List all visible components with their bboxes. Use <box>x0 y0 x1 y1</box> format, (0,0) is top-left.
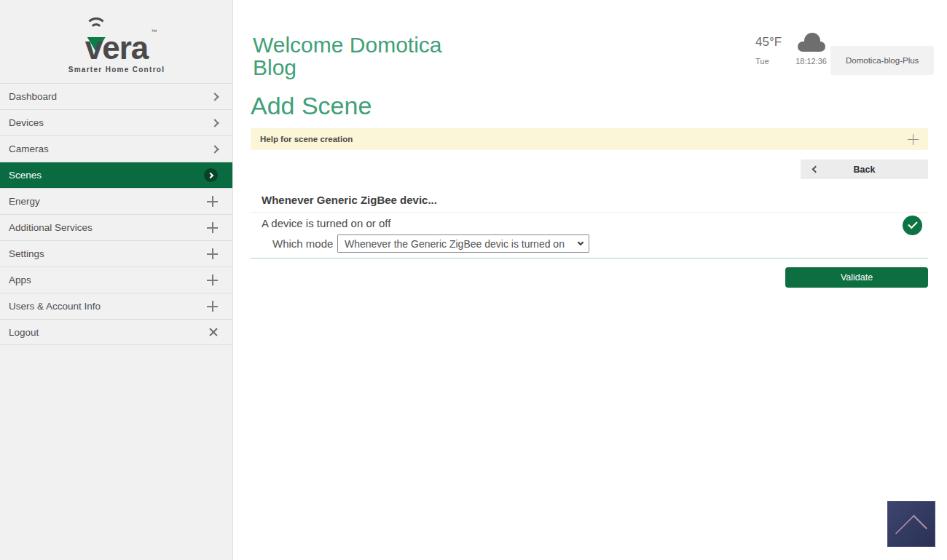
weekday: Tue <box>755 57 769 66</box>
clock-time: 18:12:36 <box>795 57 827 66</box>
sidebar-item-users-account-info[interactable]: Users & Account Info <box>0 293 232 319</box>
sidebar-item-label: Logout <box>9 327 39 338</box>
sidebar-item-energy[interactable]: Energy <box>0 188 232 214</box>
validate-button[interactable]: Validate <box>785 267 928 288</box>
logo-tagline: Smarter Home Control <box>0 66 233 74</box>
plus-icon <box>207 222 218 233</box>
mode-select-wrap: Whenever the Generic ZigBee devic is tur… <box>337 234 589 253</box>
sidebar: vera ™ Smarter Home Control Dashboard De… <box>0 0 233 560</box>
sidebar-item-label: Users & Account Info <box>9 301 101 312</box>
back-button-label: Back <box>854 165 876 175</box>
vera-app: vera ™ Smarter Home Control Dashboard De… <box>0 0 947 560</box>
divider <box>251 212 928 213</box>
chevron-up-icon <box>895 515 927 547</box>
help-banner-text: Help for scene creation <box>260 135 353 143</box>
mode-select[interactable]: Whenever the Generic ZigBee devic is tur… <box>337 234 589 253</box>
vera-logo: vera ™ Smarter Home Control <box>0 17 233 74</box>
sidebar-item-label: Dashboard <box>9 91 57 102</box>
back-button[interactable]: Back <box>801 159 928 179</box>
sidebar-item-additional-services[interactable]: Additional Services <box>0 214 232 240</box>
sidebar-item-label: Settings <box>9 248 44 259</box>
chevron-right-icon <box>211 119 219 127</box>
plus-icon <box>207 196 218 207</box>
sidebar-item-dashboard[interactable]: Dashboard <box>0 83 232 109</box>
expand-plus-icon <box>908 134 919 145</box>
trigger-heading: Whenever Generic ZigBee devic... <box>262 194 437 206</box>
controller-name-chip[interactable]: Domotica-blog-Plus <box>830 46 934 75</box>
sidebar-item-apps[interactable]: Apps <box>0 267 232 293</box>
scene-trigger-section: Whenever Generic ZigBee devic... A devic… <box>251 189 928 259</box>
sidebar-item-settings[interactable]: Settings <box>0 240 232 267</box>
plus-icon <box>207 275 218 285</box>
sidebar-item-label: Devices <box>9 117 44 128</box>
mode-label: Which mode <box>272 234 333 253</box>
chevron-right-icon <box>211 145 219 153</box>
temperature: 45°F <box>755 35 782 50</box>
sidebar-nav: Dashboard Devices Cameras Scenes Energy … <box>0 83 232 345</box>
confirm-check-button[interactable] <box>903 216 922 235</box>
sidebar-item-label: Energy <box>9 196 40 207</box>
sidebar-item-scenes[interactable]: Scenes <box>0 162 232 188</box>
sidebar-item-label: Cameras <box>9 143 49 154</box>
sidebar-item-label: Scenes <box>9 170 42 181</box>
sidebar-item-devices[interactable]: Devices <box>0 109 232 135</box>
weather-widget: 45°F Tue 18:12:36 <box>755 32 827 66</box>
sidebar-item-logout[interactable]: Logout <box>0 319 232 345</box>
chevron-right-circle-icon <box>204 168 218 182</box>
welcome-heading: Welcome Domotica Blog <box>253 33 471 79</box>
trademark-symbol: ™ <box>151 29 157 35</box>
sidebar-item-label: Apps <box>9 275 31 285</box>
chevron-left-icon <box>812 166 820 173</box>
sidebar-item-cameras[interactable]: Cameras <box>0 135 232 162</box>
plus-icon <box>207 301 218 312</box>
trigger-description: A device is turned on or off <box>262 217 390 229</box>
wifi-arc-inner-icon <box>90 23 103 36</box>
chevron-right-icon <box>211 92 219 100</box>
close-icon <box>209 328 218 336</box>
cloud-icon <box>796 32 827 52</box>
page-title: Add Scene <box>251 92 372 120</box>
plus-icon <box>207 248 218 259</box>
scroll-to-top-button[interactable] <box>887 501 935 547</box>
vera-wordmark: vera ™ <box>85 17 149 64</box>
sidebar-item-label: Additional Services <box>9 222 93 233</box>
main-content: Welcome Domotica Blog 45°F Tue 18:12:36 … <box>234 0 947 560</box>
help-banner[interactable]: Help for scene creation <box>251 128 928 150</box>
